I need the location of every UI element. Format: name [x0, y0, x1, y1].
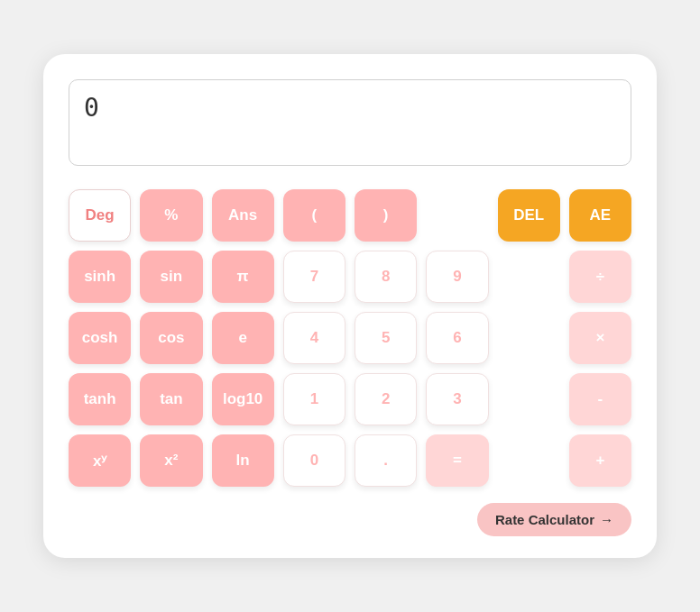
rate-calculator-label: Rate Calculator: [495, 512, 594, 527]
ans-button[interactable]: Ans: [212, 189, 274, 242]
x2-button[interactable]: x²: [140, 434, 202, 487]
three-button[interactable]: 3: [426, 373, 488, 425]
plus-button[interactable]: +: [569, 434, 631, 487]
one-button[interactable]: 1: [283, 373, 345, 425]
rate-calculator-button[interactable]: Rate Calculator →: [477, 503, 631, 536]
rate-calculator-row: Rate Calculator →: [69, 503, 631, 536]
log10-button[interactable]: log10: [212, 373, 274, 425]
five-button[interactable]: 5: [355, 312, 417, 364]
divide-button[interactable]: ÷: [569, 251, 631, 303]
del-button[interactable]: DEL: [498, 189, 560, 242]
sin-button[interactable]: sin: [140, 251, 202, 303]
sinh-button[interactable]: sinh: [69, 251, 131, 303]
open-paren-button[interactable]: (: [283, 189, 345, 242]
percent-button[interactable]: %: [140, 189, 202, 242]
spacer2: [498, 251, 560, 303]
equals-button[interactable]: =: [426, 434, 488, 487]
nine-button[interactable]: 9: [426, 251, 488, 303]
e-button[interactable]: e: [212, 312, 274, 364]
zero-button[interactable]: 0: [283, 434, 345, 487]
ae-button[interactable]: AE: [569, 189, 631, 242]
xy-button[interactable]: xʸ: [69, 434, 131, 487]
eight-button[interactable]: 8: [355, 251, 417, 303]
deg-button[interactable]: Deg: [69, 189, 131, 242]
button-grid: Deg%Ans()DELAEsinhsinπ789÷coshcose456×ta…: [69, 189, 631, 487]
spacer5: [498, 434, 560, 487]
spacer1: [426, 189, 488, 242]
four-button[interactable]: 4: [283, 312, 345, 364]
tanh-button[interactable]: tanh: [69, 373, 131, 425]
six-button[interactable]: 6: [426, 312, 488, 364]
pi-button[interactable]: π: [212, 251, 274, 303]
display-input[interactable]: 0: [69, 79, 631, 166]
minus-button[interactable]: -: [569, 373, 631, 425]
tan-button[interactable]: tan: [140, 373, 202, 425]
spacer4: [498, 373, 560, 425]
cos-button[interactable]: cos: [140, 312, 202, 364]
dot-button[interactable]: .: [355, 434, 417, 487]
two-button[interactable]: 2: [355, 373, 417, 425]
close-paren-button[interactable]: ): [355, 189, 417, 242]
calculator: 0 Deg%Ans()DELAEsinhsinπ789÷coshcose456×…: [43, 54, 657, 558]
ln-button[interactable]: ln: [212, 434, 274, 487]
spacer3: [498, 312, 560, 364]
seven-button[interactable]: 7: [283, 251, 345, 303]
rate-calculator-arrow: →: [600, 512, 613, 527]
cosh-button[interactable]: cosh: [69, 312, 131, 364]
multiply-button[interactable]: ×: [569, 312, 631, 364]
